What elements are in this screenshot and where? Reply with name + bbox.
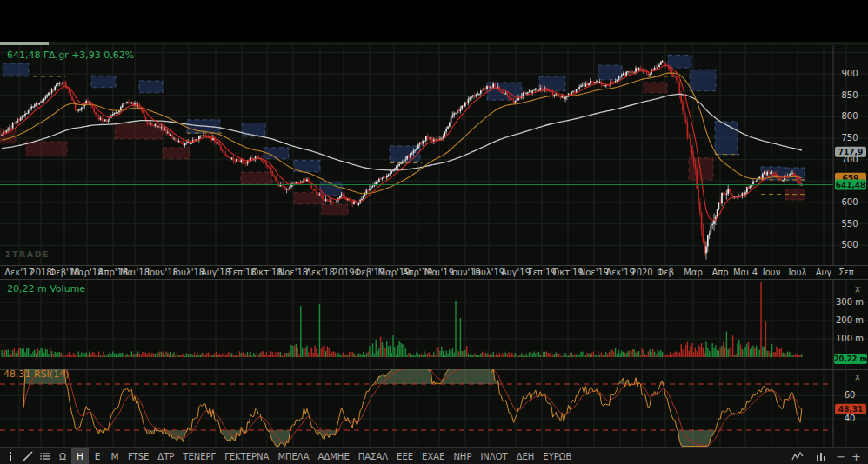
- time-axis-label: Αυγ: [816, 268, 832, 277]
- ticker-button-ΕΥΡΩΒ[interactable]: ΕΥΡΩΒ: [538, 448, 576, 464]
- time-axis-label: 2019: [332, 268, 354, 277]
- ticker-button-FTSE[interactable]: FTSE: [124, 448, 153, 464]
- bar-chart-icon[interactable]: [814, 448, 828, 464]
- ticker-button-ΕΕΕ[interactable]: ΕΕΕ: [392, 448, 417, 464]
- line-chart-icon[interactable]: [791, 448, 805, 464]
- trading-chart-window: 900850800750700600550500717,9659641,48 6…: [0, 0, 868, 464]
- time-axis-label: Δεκ'18: [305, 268, 335, 277]
- svg-text:20,22 m: 20,22 m: [834, 355, 868, 363]
- svg-text:717,9: 717,9: [838, 148, 863, 156]
- ticker-button-ΔΕΗ[interactable]: ΔΕΗ: [512, 448, 539, 464]
- svg-text:600: 600: [841, 197, 858, 207]
- time-axis-label: Αυγ'18: [201, 268, 230, 277]
- ticker-button-ΝΗΡ[interactable]: ΝΗΡ: [449, 448, 476, 464]
- svg-text:900: 900: [841, 69, 858, 78]
- volume-bars: [1, 282, 802, 357]
- svg-text:40: 40: [845, 414, 856, 423]
- time-axis-label: Μαι'18: [120, 268, 150, 277]
- ticker-button-ΓΕΚΤΕΡΝΑ[interactable]: ΓΕΚΤΕΡΝΑ: [220, 448, 273, 464]
- price-axis-ticks: 900850800750700600550500: [841, 69, 858, 249]
- main-grid: [0, 45, 868, 265]
- time-axis-label: Μαι 4: [733, 268, 758, 277]
- svg-text:300 m: 300 m: [836, 297, 864, 307]
- time-axis-label: Μαρ: [684, 268, 703, 277]
- time-axis-label: Ιουλ'19: [473, 268, 504, 277]
- ticker-button-ΑΔΜΗΕ[interactable]: ΑΔΜΗΕ: [314, 448, 354, 464]
- time-axis-label: Σεπ: [838, 268, 854, 277]
- volume-close-button[interactable]: x: [855, 285, 860, 294]
- info-icon[interactable]: [3, 448, 17, 464]
- time-axis-label: Αυγ'19: [501, 268, 531, 277]
- svg-text:550: 550: [841, 219, 858, 229]
- volume-axis-ticks: 300 m200 m100 m: [836, 297, 864, 343]
- price-chart-panel[interactable]: 900850800750700600550500717,9659641,48: [0, 45, 868, 265]
- list-icon[interactable]: [38, 448, 52, 464]
- ticker-button-ΙΝΛΟΤ[interactable]: ΙΝΛΟΤ: [476, 448, 511, 464]
- zoom-out-button[interactable]: −: [836, 449, 845, 464]
- timeframe-button-Η[interactable]: Η: [71, 448, 89, 464]
- ticker-button-ΕΧΑΕ[interactable]: ΕΧΑΕ: [417, 448, 449, 464]
- time-axis[interactable]: Δεκ'172018Φεβ'18Μαρ'18Απρ'18Μαι'18Ιουν'1…: [0, 265, 868, 280]
- volume-panel[interactable]: 300 m200 m100 m20,22 m: [0, 280, 868, 369]
- svg-text:750: 750: [841, 133, 858, 143]
- timeframe-buttons: ΩΗΕΜ: [54, 448, 124, 464]
- time-axis-label: Φεβ: [657, 268, 674, 277]
- bottom-toolbar: ΩΗΕΜ FTSEΔΤΡΤΕΝΕΡΓΓΕΚΤΕΡΝΑΜΠΕΛΑΑΔΜΗΕΠΑΣΑ…: [0, 447, 868, 464]
- time-axis-label: Ιουλ: [789, 268, 807, 277]
- time-axis-label: Ιουλ'18: [173, 268, 204, 277]
- price-axis-badges: 717,9659641,48: [835, 147, 866, 190]
- draw-icon[interactable]: [21, 448, 35, 464]
- svg-text:48,31: 48,31: [838, 405, 863, 414]
- svg-text:800: 800: [841, 111, 858, 121]
- svg-text:500: 500: [841, 240, 858, 249]
- time-axis-label: Ιουν: [763, 268, 780, 277]
- svg-text:200 m: 200 m: [836, 315, 864, 325]
- rsi-band-fills: [25, 369, 716, 447]
- watchlist-tickers: FTSEΔΤΡΤΕΝΕΡΓΓΕΚΤΕΡΝΑΜΠΕΛΑΑΔΜΗΕΠΑΣΑΛΕΕΕΕ…: [124, 448, 576, 464]
- time-axis-label: Απρ: [711, 268, 728, 277]
- timeframe-button-Ω[interactable]: Ω: [54, 448, 71, 464]
- time-axis-label: Νοε'18: [278, 268, 308, 277]
- timeframe-button-Μ[interactable]: Μ: [106, 448, 124, 464]
- rsi-panel[interactable]: 604048,31: [0, 369, 868, 447]
- toolbar-right-group: − +: [787, 448, 868, 464]
- svg-text:641,48: 641,48: [836, 181, 866, 189]
- ma-fast-line: [2, 65, 802, 220]
- svg-text:60: 60: [845, 390, 856, 400]
- ticker-button-ΜΠΕΛΑ[interactable]: ΜΠΕΛΑ: [273, 448, 313, 464]
- rsi-close-button[interactable]: x: [855, 373, 860, 381]
- time-axis-label: Νοε'19: [579, 268, 609, 277]
- zoom-in-button[interactable]: +: [851, 449, 861, 464]
- top-blank-bar: [0, 0, 868, 42]
- ticker-button-ΤΕΝΕΡΓ[interactable]: ΤΕΝΕΡΓ: [178, 448, 220, 464]
- svg-text:850: 850: [841, 90, 858, 100]
- time-axis-label: 2020: [631, 268, 652, 277]
- svg-text:100 m: 100 m: [836, 334, 864, 343]
- timeframe-button-Ε[interactable]: Ε: [89, 448, 106, 464]
- ticker-button-ΔΤΡ[interactable]: ΔΤΡ: [153, 448, 178, 464]
- ticker-button-ΠΑΣΑΛ[interactable]: ΠΑΣΑΛ: [354, 448, 392, 464]
